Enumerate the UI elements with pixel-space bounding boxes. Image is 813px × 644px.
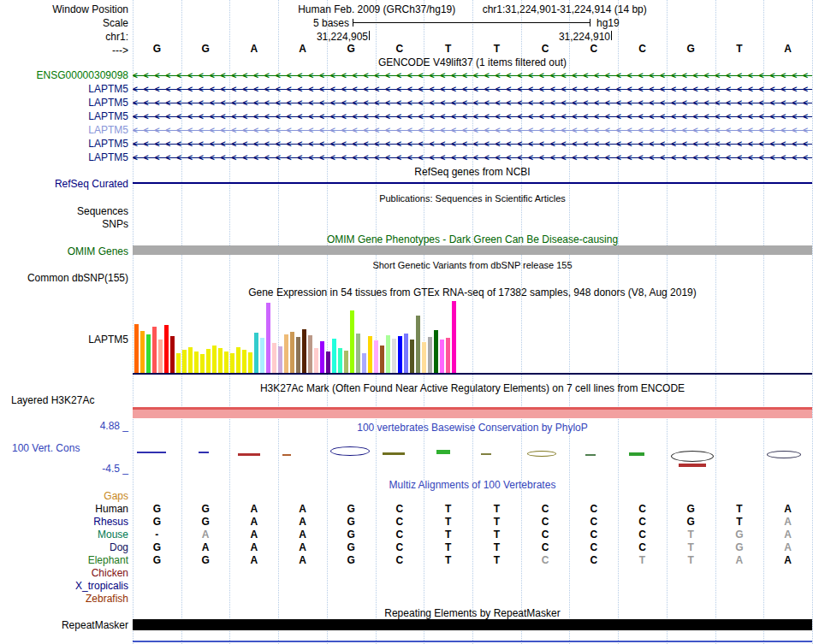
- gencode-transcript-label[interactable]: LAPTM5: [0, 151, 128, 163]
- conservation-mark: [527, 451, 556, 457]
- h3k27ac-signal-bar[interactable]: [133, 407, 812, 418]
- gencode-transcript[interactable]: <<<<<<<<<<<<<<<<<<<<<<<<<<<<<<<<<<<<<<<<…: [133, 126, 812, 135]
- alignment-base: C: [396, 529, 404, 541]
- sequence-base: C: [638, 43, 646, 55]
- alignment-base: G: [153, 503, 161, 515]
- gencode-transcript-label[interactable]: ENSG00000309098: [0, 69, 128, 81]
- gtex-tissue-bar: [386, 335, 390, 374]
- multiz-track-title[interactable]: Multiz Alignments of 100 Vertebrates: [133, 479, 812, 491]
- base-gridline: [667, 0, 668, 644]
- gencode-transcript-label[interactable]: LAPTM5: [0, 110, 128, 122]
- sequence-base: G: [347, 43, 355, 55]
- multiz-species-label[interactable]: Zebrafish: [0, 593, 128, 605]
- alignment-base: A: [250, 529, 258, 541]
- h3k27ac-track-title[interactable]: H3K27Ac Mark (Often Found Near Active Re…: [133, 382, 812, 394]
- alignment-base: A: [299, 503, 306, 515]
- h3k27ac-track-label[interactable]: Layered H3K27Ac: [11, 394, 94, 406]
- gencode-transcript[interactable]: <<<<<<<<<<<<<<<<<<<<<<<<<<<<<<<<<<<<<<<<…: [133, 153, 812, 162]
- refseq-curated-label[interactable]: RefSeq Curated: [0, 178, 128, 190]
- gencode-transcript[interactable]: <<<<<<<<<<<<<<<<<<<<<<<<<<<<<<<<<<<<<<<<…: [133, 112, 812, 121]
- omim-genes-bar[interactable]: [133, 245, 812, 255]
- alignment-base: C: [590, 541, 597, 553]
- omim-genes-label[interactable]: OMIM Genes: [0, 245, 128, 257]
- base-gridline: [521, 0, 522, 644]
- genome-browser: Window Position Human Feb. 2009 (GRCh37/…: [0, 0, 813, 644]
- base-gridline: [133, 0, 134, 644]
- refseq-track-title[interactable]: RefSeq genes from NCBI: [133, 166, 812, 178]
- repeatmasker-track-title[interactable]: Repeating Elements by RepeatMasker: [133, 607, 812, 619]
- sequences-track-label[interactable]: Sequences: [0, 205, 128, 217]
- multiz-species-label[interactable]: Mouse: [0, 529, 128, 541]
- multiz-species-label[interactable]: Dog: [0, 541, 128, 553]
- multiz-species-label[interactable]: Human: [0, 503, 128, 515]
- multiz-species-label[interactable]: Elephant: [0, 554, 128, 566]
- refseq-curated-line[interactable]: [133, 182, 812, 184]
- omim-track-title[interactable]: OMIM Gene Phenotypes - Dark Green Can Be…: [133, 233, 812, 245]
- alignment-base: C: [638, 516, 646, 528]
- alignment-base: A: [299, 529, 306, 541]
- gtex-tissue-bar: [248, 352, 252, 374]
- gencode-transcript-label[interactable]: LAPTM5: [0, 124, 128, 136]
- alignment-base: A: [250, 516, 258, 528]
- conservation-track-title[interactable]: 100 vertebrates Basewise Conservation by…: [133, 422, 812, 434]
- dbsnp-track-title[interactable]: Short Genetic Variants from dbSNP releas…: [133, 260, 812, 270]
- strand-arrows-left-icon: <<<<<<<<<<<<<<<<<<<<<<<<<<<<<<<<<<<<<<<<…: [133, 71, 812, 80]
- alignment-base: C: [542, 541, 549, 553]
- gtex-tissue-bar: [290, 332, 294, 374]
- gencode-transcript[interactable]: <<<<<<<<<<<<<<<<<<<<<<<<<<<<<<<<<<<<<<<<…: [133, 98, 812, 108]
- gencode-transcript[interactable]: <<<<<<<<<<<<<<<<<<<<<<<<<<<<<<<<<<<<<<<<…: [133, 85, 812, 94]
- alignment-base: T: [445, 503, 451, 515]
- multiz-species-label[interactable]: Chicken: [0, 567, 128, 579]
- conservation-min-label: -4.5 _: [0, 463, 128, 475]
- alignment-base: G: [201, 516, 209, 528]
- gencode-transcript-label[interactable]: LAPTM5: [0, 138, 128, 150]
- conservation-mark: [282, 454, 291, 456]
- gencode-track-title[interactable]: GENCODE V49lift37 (1 items filtered out): [133, 56, 812, 68]
- gtex-tissue-bar: [206, 349, 211, 374]
- assembly-tag: hg19: [596, 17, 620, 29]
- alignment-base: G: [201, 554, 209, 566]
- alignment-base: A: [784, 529, 792, 541]
- conservation-track-label[interactable]: 100 Vert. Cons: [12, 442, 80, 454]
- gtex-tissue-bar: [140, 331, 145, 374]
- base-gridline: [763, 0, 764, 644]
- position-range: chr1:31,224,901-31,224,914 (14 bp): [483, 3, 647, 15]
- alignment-base: G: [347, 503, 355, 515]
- coordinate-tick-right: [611, 31, 612, 40]
- gencode-transcript[interactable]: <<<<<<<<<<<<<<<<<<<<<<<<<<<<<<<<<<<<<<<<…: [133, 71, 812, 80]
- alignment-base: A: [250, 554, 258, 566]
- gtex-tissue-bar: [338, 348, 342, 374]
- gtex-gene-label[interactable]: LAPTM5: [0, 334, 128, 346]
- alignment-base: T: [494, 554, 500, 566]
- gtex-tissue-bar: [182, 350, 187, 374]
- alignment-base: G: [347, 541, 355, 553]
- gtex-tissue-bar: [176, 353, 181, 374]
- conservation-mark: [238, 453, 260, 456]
- base-gridline: [472, 0, 473, 644]
- gtex-track-title[interactable]: Gene Expression in 54 tissues from GTEx …: [133, 287, 812, 298]
- repeatmasker-bar[interactable]: [133, 619, 812, 630]
- publications-track-title[interactable]: Publications: Sequences in Scientific Ar…: [133, 193, 812, 204]
- alignment-base: T: [688, 554, 694, 566]
- conservation-max-label: 4.88 _: [0, 420, 128, 432]
- repeatmasker-track-label[interactable]: RepeatMasker: [0, 619, 128, 631]
- dbsnp-track-label[interactable]: Common dbSNP(155): [0, 272, 128, 284]
- gencode-transcript-label[interactable]: LAPTM5: [0, 83, 128, 95]
- snps-track-label[interactable]: SNPs: [0, 218, 128, 230]
- sequence-base: G: [201, 43, 209, 55]
- alignment-base: C: [638, 503, 646, 515]
- alignment-base: C: [638, 541, 646, 553]
- alignment-base: C: [396, 503, 404, 515]
- gtex-expression-chart[interactable]: [134, 301, 458, 374]
- alignment-base: A: [202, 529, 210, 541]
- gtex-tissue-bar: [266, 303, 270, 374]
- multiz-species-label[interactable]: X_tropicalis: [0, 580, 128, 592]
- multiz-species-label[interactable]: Rhesus: [0, 516, 128, 528]
- gencode-transcript-label[interactable]: LAPTM5: [0, 97, 128, 109]
- window-position-value: Human Feb. 2009 (GRCh37/hg19) chr1:31,22…: [133, 3, 812, 15]
- gencode-transcript[interactable]: <<<<<<<<<<<<<<<<<<<<<<<<<<<<<<<<<<<<<<<<…: [133, 139, 812, 149]
- multiz-species-label[interactable]: Gaps: [0, 490, 128, 502]
- alignment-base: G: [347, 554, 355, 566]
- strand-arrows-left-icon: <<<<<<<<<<<<<<<<<<<<<<<<<<<<<<<<<<<<<<<<…: [133, 85, 812, 94]
- sequence-base: G: [687, 43, 695, 55]
